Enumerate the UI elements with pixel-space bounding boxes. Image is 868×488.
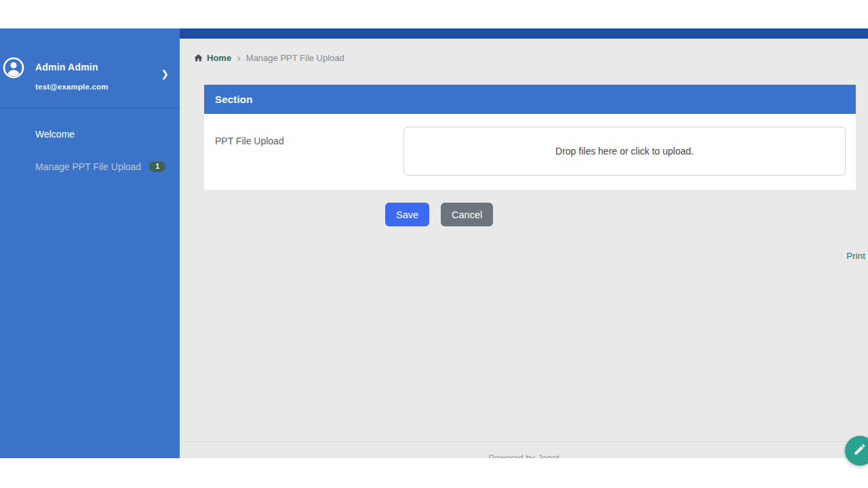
powered-by-text: Powered by Joget	[180, 453, 868, 458]
breadcrumb-separator-icon: ›	[237, 54, 241, 62]
sidebar-item-welcome[interactable]: Welcome	[0, 122, 180, 146]
breadcrumb-home-link[interactable]: Home	[193, 53, 231, 63]
print-link[interactable]: Print	[846, 251, 865, 261]
section-header: Section	[204, 85, 856, 114]
breadcrumb-home-label: Home	[207, 53, 231, 63]
sidebar-item-manage-ppt-file-upload[interactable]: Manage PPT File Upload 1	[0, 155, 180, 179]
ppt-file-upload-label: PPT File Upload	[215, 136, 284, 146]
count-badge: 1	[149, 161, 165, 172]
section-title: Section	[215, 94, 253, 105]
edit-fab-button[interactable]	[845, 436, 868, 466]
file-upload-dropzone[interactable]: Drop files here or click to upload.	[403, 127, 846, 176]
save-button[interactable]: Save	[385, 203, 429, 226]
dropzone-text: Drop files here or click to upload.	[555, 146, 694, 157]
sidebar-item-label: Manage PPT File Upload	[35, 161, 141, 172]
screen: Admin Admin test@example.com ❯ Welcome M…	[0, 0, 868, 488]
section-body: PPT File Upload Drop files here or click…	[204, 114, 856, 190]
user-avatar-icon	[3, 57, 24, 79]
form-section-card: Section PPT File Upload Drop files here …	[204, 85, 856, 190]
main-content: Home › Manage PPT File Upload Section PP…	[180, 28, 868, 458]
home-icon	[193, 53, 203, 63]
breadcrumb-current: Manage PPT File Upload	[246, 53, 344, 63]
app-frame: Admin Admin test@example.com ❯ Welcome M…	[0, 28, 868, 458]
pencil-icon	[853, 443, 867, 459]
breadcrumb: Home › Manage PPT File Upload	[193, 53, 344, 63]
sidebar-profile[interactable]: Admin Admin test@example.com ❯	[0, 28, 180, 108]
profile-email: test@example.com	[35, 83, 108, 91]
sidebar-menu: Welcome Manage PPT File Upload 1	[0, 108, 180, 179]
cancel-button[interactable]: Cancel	[441, 203, 493, 226]
sidebar: Admin Admin test@example.com ❯ Welcome M…	[0, 28, 180, 458]
top-accent-bar	[180, 28, 868, 39]
chevron-right-icon[interactable]: ❯	[161, 68, 169, 79]
profile-name: Admin Admin	[35, 62, 98, 73]
sidebar-item-label: Welcome	[35, 129, 75, 140]
footer-divider	[180, 441, 868, 442]
form-actions: Save Cancel	[385, 203, 493, 226]
